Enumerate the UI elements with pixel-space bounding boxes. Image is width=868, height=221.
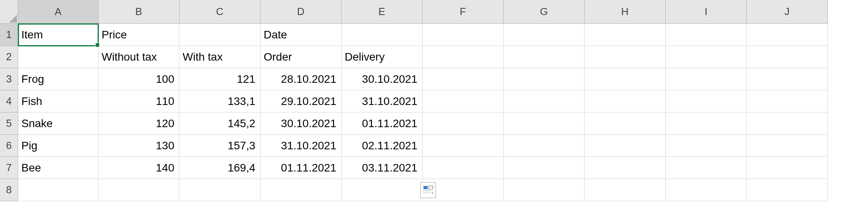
cell-J3[interactable] [747, 68, 828, 90]
cell-E6[interactable]: 02.11.2021 [342, 135, 423, 157]
cell-A1[interactable]: Item [18, 24, 98, 46]
row-header-3[interactable]: 3 [0, 68, 18, 90]
cell-E7[interactable]: 03.11.2021 [342, 157, 423, 179]
cell-B8[interactable] [98, 179, 179, 201]
cell-F4[interactable] [423, 90, 504, 112]
cell-C6[interactable]: 157,3 [179, 135, 260, 157]
col-header-F[interactable]: F [423, 0, 504, 24]
cell-G2[interactable] [504, 46, 585, 68]
cell-C7[interactable]: 169,4 [179, 157, 260, 179]
cell-D7[interactable]: 01.11.2021 [260, 157, 342, 179]
cell-H7[interactable] [585, 157, 666, 179]
cell-A4[interactable]: Fish [18, 90, 98, 112]
cell-C3[interactable]: 121 [179, 68, 260, 90]
cell-J7[interactable] [747, 157, 828, 179]
cell-F7[interactable] [423, 157, 504, 179]
col-header-C[interactable]: C [179, 0, 260, 24]
col-header-J[interactable]: J [747, 0, 828, 24]
cell-C8[interactable] [179, 179, 260, 201]
row-header-4[interactable]: 4 [0, 90, 18, 112]
row-header-7[interactable]: 7 [0, 157, 18, 179]
cell-F3[interactable] [423, 68, 504, 90]
row-header-2[interactable]: 2 [0, 46, 18, 68]
col-header-D[interactable]: D [260, 0, 342, 24]
cell-F5[interactable] [423, 112, 504, 135]
cell-I5[interactable] [666, 112, 747, 135]
cell-A7[interactable]: Bee [18, 157, 98, 179]
cell-G4[interactable] [504, 90, 585, 112]
cell-D4[interactable]: 29.10.2021 [260, 90, 342, 112]
cell-E3[interactable]: 30.10.2021 [342, 68, 423, 90]
cell-E8[interactable] [342, 179, 423, 201]
select-all-corner[interactable] [0, 0, 18, 24]
col-header-I[interactable]: I [666, 0, 747, 24]
cell-H5[interactable] [585, 112, 666, 135]
row-header-6[interactable]: 6 [0, 135, 18, 157]
cell-A6[interactable]: Pig [18, 135, 98, 157]
cell-I1[interactable] [666, 24, 747, 46]
row-header-5[interactable]: 5 [0, 112, 18, 135]
cell-C1[interactable] [179, 24, 260, 46]
cell-F1[interactable] [423, 24, 504, 46]
cell-G7[interactable] [504, 157, 585, 179]
cell-J8[interactable] [747, 179, 828, 201]
cell-C5[interactable]: 145,2 [179, 112, 260, 135]
cell-B6[interactable]: 130 [98, 135, 179, 157]
col-header-A[interactable]: A [18, 0, 98, 24]
cell-B1[interactable]: Price [98, 24, 179, 46]
cell-D8[interactable] [260, 179, 342, 201]
cell-F6[interactable] [423, 135, 504, 157]
cell-J4[interactable] [747, 90, 828, 112]
row-header-1[interactable]: 1 [0, 24, 18, 46]
col-header-E[interactable]: E [342, 0, 423, 24]
cell-G8[interactable] [504, 179, 585, 201]
cell-B2[interactable]: Without tax [98, 46, 179, 68]
cell-I3[interactable] [666, 68, 747, 90]
auto-fill-options-icon[interactable]: + [420, 182, 436, 198]
cell-H2[interactable] [585, 46, 666, 68]
cell-G3[interactable] [504, 68, 585, 90]
cell-E2[interactable]: Delivery [342, 46, 423, 68]
cell-H1[interactable] [585, 24, 666, 46]
cell-F8[interactable]: + [423, 179, 504, 201]
cell-G1[interactable] [504, 24, 585, 46]
row-header-8[interactable]: 8 [0, 179, 18, 201]
cell-J5[interactable] [747, 112, 828, 135]
cell-J1[interactable] [747, 24, 828, 46]
cell-I8[interactable] [666, 179, 747, 201]
cell-H3[interactable] [585, 68, 666, 90]
cell-H8[interactable] [585, 179, 666, 201]
cell-I6[interactable] [666, 135, 747, 157]
col-header-G[interactable]: G [504, 0, 585, 24]
cell-I2[interactable] [666, 46, 747, 68]
col-header-H[interactable]: H [585, 0, 666, 24]
cell-F2[interactable] [423, 46, 504, 68]
cell-G6[interactable] [504, 135, 585, 157]
cell-D2[interactable]: Order [260, 46, 342, 68]
cell-A2[interactable] [18, 46, 98, 68]
spreadsheet-grid[interactable]: A B C D E F G H I J 1 Item Price Date 2 … [0, 0, 868, 201]
cell-B7[interactable]: 140 [98, 157, 179, 179]
cell-D1[interactable]: Date [260, 24, 342, 46]
cell-D6[interactable]: 31.10.2021 [260, 135, 342, 157]
cell-J6[interactable] [747, 135, 828, 157]
cell-J2[interactable] [747, 46, 828, 68]
col-header-B[interactable]: B [98, 0, 179, 24]
cell-A5[interactable]: Snake [18, 112, 98, 135]
cell-E4[interactable]: 31.10.2021 [342, 90, 423, 112]
cell-C4[interactable]: 133,1 [179, 90, 260, 112]
cell-H4[interactable] [585, 90, 666, 112]
cell-B5[interactable]: 120 [98, 112, 179, 135]
cell-B3[interactable]: 100 [98, 68, 179, 90]
cell-B4[interactable]: 110 [98, 90, 179, 112]
cell-C2[interactable]: With tax [179, 46, 260, 68]
cell-D3[interactable]: 28.10.2021 [260, 68, 342, 90]
cell-H6[interactable] [585, 135, 666, 157]
cell-E5[interactable]: 01.11.2021 [342, 112, 423, 135]
cell-I4[interactable] [666, 90, 747, 112]
cell-G5[interactable] [504, 112, 585, 135]
cell-E1[interactable] [342, 24, 423, 46]
cell-A3[interactable]: Frog [18, 68, 98, 90]
cell-A8[interactable] [18, 179, 98, 201]
cell-D5[interactable]: 30.10.2021 [260, 112, 342, 135]
